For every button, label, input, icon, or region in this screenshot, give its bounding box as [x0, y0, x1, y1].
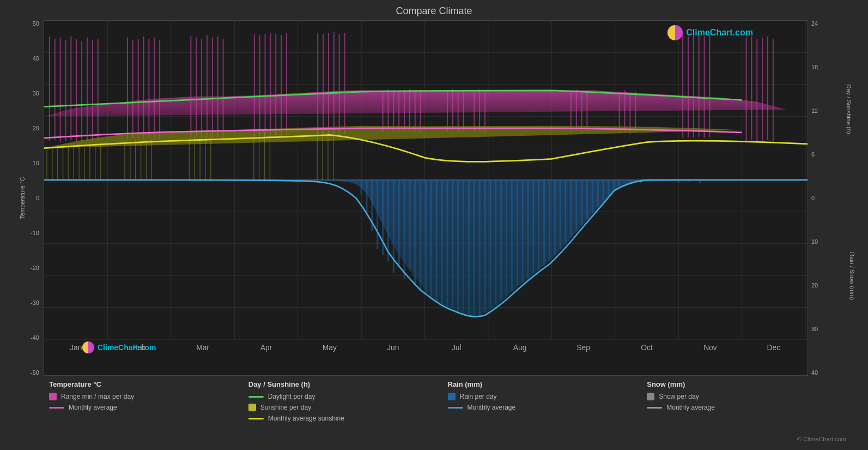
sunshine-avg-swatch	[248, 418, 264, 419]
y-tick-right: 20	[811, 282, 818, 289]
legend-temp-avg: Monthly average	[49, 404, 248, 411]
y-tick: 0	[36, 195, 39, 201]
logo-icon-top	[667, 25, 683, 40]
y-tick-right: 24	[811, 20, 818, 27]
temp-avg-label: Monthly average	[69, 404, 117, 411]
y-tick-right: 30	[811, 326, 818, 332]
y-tick: -50	[31, 369, 39, 376]
y-tick: 40	[33, 55, 39, 62]
logo-text-bottom: ClimeChart.com	[98, 343, 156, 352]
daylight-label: Daylight per day	[268, 393, 315, 400]
logo-icon-bottom	[82, 341, 94, 353]
sunshine-per-day-label: Sunshine per day	[260, 404, 311, 411]
chart-svg: Jan Feb Mar Apr May Jun Jul Aug Sep Oct …	[44, 21, 808, 375]
rain-avg-swatch	[448, 407, 463, 409]
temp-avg-swatch	[49, 407, 64, 409]
page-title: Compare Climate	[11, 5, 857, 17]
svg-text:Jan: Jan	[70, 343, 82, 352]
y-axis-right: Day / Sunshine (h) Rain / Snow (mm) 24 1…	[808, 20, 857, 376]
svg-text:Jul: Jul	[452, 343, 462, 352]
logo-text-top: ClimeChart.com	[686, 28, 753, 38]
svg-text:May: May	[323, 343, 337, 352]
legend-temp-col: Temperature °C Range min / max per day M…	[49, 380, 248, 434]
snow-per-day-label: Snow per day	[659, 393, 699, 400]
copyright: © ClimeChart.com	[11, 436, 857, 445]
legend-area: Temperature °C Range min / max per day M…	[11, 376, 857, 436]
legend-rain-title: Rain (mm)	[448, 380, 647, 388]
temp-range-label: Range min / max per day	[61, 393, 134, 400]
legend-daylight: Daylight per day	[248, 393, 448, 400]
svg-text:Dec: Dec	[767, 343, 781, 352]
y-tick: 20	[33, 125, 39, 131]
legend-rain-avg: Monthly average	[448, 404, 647, 411]
legend-temp-range: Range min / max per day	[49, 393, 248, 400]
sunshine-avg-label: Monthly average sunshine	[268, 415, 344, 422]
snow-avg-swatch	[647, 407, 662, 409]
legend-rain-col: Rain (mm) Rain per day Monthly average	[448, 380, 647, 434]
y-tick: 50	[33, 20, 39, 27]
rain-per-day-label: Rain per day	[460, 393, 497, 400]
legend-sunshine-avg: Monthly average sunshine	[248, 415, 448, 422]
legend-temp-title: Temperature °C	[49, 380, 248, 388]
daylight-swatch	[248, 396, 264, 398]
legend-rain-per-day: Rain per day	[448, 393, 647, 400]
chart-area: ClimeChart.com ClimeChart.com	[44, 20, 808, 376]
y-axis-right-day-label: Day / Sunshine (h)	[845, 84, 852, 134]
snow-avg-label: Monthly average	[666, 404, 715, 411]
svg-text:Mar: Mar	[196, 343, 209, 352]
temp-range-swatch	[49, 393, 57, 400]
y-axis-left-label: Temperature °C	[19, 177, 26, 219]
y-tick-right-zero: 0	[811, 195, 815, 201]
snow-swatch	[647, 393, 654, 400]
y-tick-right: 6	[811, 151, 815, 158]
y-tick: 30	[33, 90, 39, 97]
legend-snow-per-day: Snow per day	[647, 393, 846, 400]
logo-bottom: ClimeChart.com	[82, 341, 156, 353]
y-tick-right: 40	[811, 369, 818, 376]
logo-top: ClimeChart.com	[667, 25, 753, 40]
svg-text:Apr: Apr	[260, 343, 272, 352]
svg-text:Oct: Oct	[641, 343, 652, 352]
page-container: Compare Climate Mumbai Mumbai Temperatur…	[0, 0, 868, 450]
y-tick-right: 10	[811, 238, 818, 245]
rain-swatch	[448, 393, 456, 400]
svg-text:Jun: Jun	[387, 343, 399, 352]
y-tick-right: 12	[811, 107, 818, 114]
svg-text:Nov: Nov	[703, 343, 717, 352]
y-axis-right-rain-label: Rain / Snow (mm)	[849, 252, 855, 300]
rain-avg-label: Monthly average	[468, 404, 516, 411]
legend-snow-title: Snow (mm)	[647, 380, 846, 388]
y-tick: -30	[31, 299, 39, 306]
y-axis-left: Temperature °C 50 40 30 20 10 0 -10 -20 …	[11, 20, 44, 376]
y-tick: -40	[31, 334, 39, 341]
legend-sunshine-col: Day / Sunshine (h) Daylight per day Suns…	[248, 380, 448, 434]
svg-text:Sep: Sep	[576, 343, 590, 352]
legend-snow-col: Snow (mm) Snow per day Monthly average	[647, 380, 846, 434]
sunshine-swatch	[248, 404, 256, 411]
y-tick: -10	[31, 230, 39, 236]
legend-sunshine-title: Day / Sunshine (h)	[248, 380, 448, 388]
legend-snow-avg: Monthly average	[647, 404, 846, 411]
y-tick: 10	[33, 160, 39, 166]
y-tick: -20	[31, 265, 39, 271]
svg-text:Aug: Aug	[513, 343, 527, 352]
legend-sunshine-per-day: Sunshine per day	[248, 404, 448, 411]
y-tick-right: 18	[811, 64, 818, 70]
